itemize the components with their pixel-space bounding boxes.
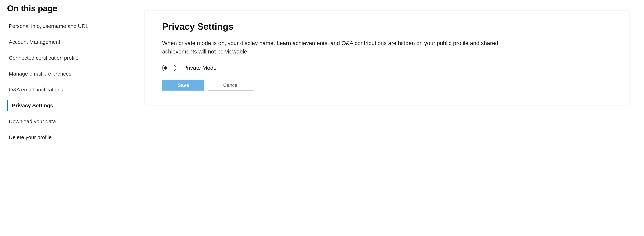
nav-item-email-preferences[interactable]: Manage email preferences — [7, 68, 138, 80]
private-mode-row: Private Mode — [162, 65, 612, 71]
privacy-description: When private mode is on, your display na… — [162, 39, 511, 56]
toggle-knob — [164, 66, 167, 70]
private-mode-label: Private Mode — [183, 65, 216, 71]
nav-item-download-data[interactable]: Download your data — [7, 116, 138, 127]
nav-item-privacy-settings[interactable]: Privacy Settings — [7, 100, 138, 111]
cancel-button[interactable]: Cancel — [208, 80, 254, 91]
nav-item-qa-email-notifications[interactable]: Q&A email notifications — [7, 84, 138, 96]
nav-item-account-management[interactable]: Account Management — [7, 36, 138, 48]
nav-item-delete-profile[interactable]: Delete your profile — [7, 131, 138, 143]
nav-item-personal-info[interactable]: Personal info, username and URL — [7, 20, 138, 32]
privacy-settings-card: Privacy Settings When private mode is on… — [144, 11, 629, 105]
nav-list: Personal info, username and URL Account … — [7, 20, 138, 143]
sidebar-title: On this page — [7, 4, 138, 13]
private-mode-toggle[interactable] — [162, 65, 176, 71]
main-content: Privacy Settings When private mode is on… — [144, 4, 629, 147]
nav-item-connected-certification[interactable]: Connected certification profile — [7, 52, 138, 64]
button-row: Save Cancel — [162, 80, 612, 91]
page-title: Privacy Settings — [162, 21, 612, 32]
sidebar: On this page Personal info, username and… — [7, 4, 144, 147]
save-button[interactable]: Save — [162, 80, 204, 91]
